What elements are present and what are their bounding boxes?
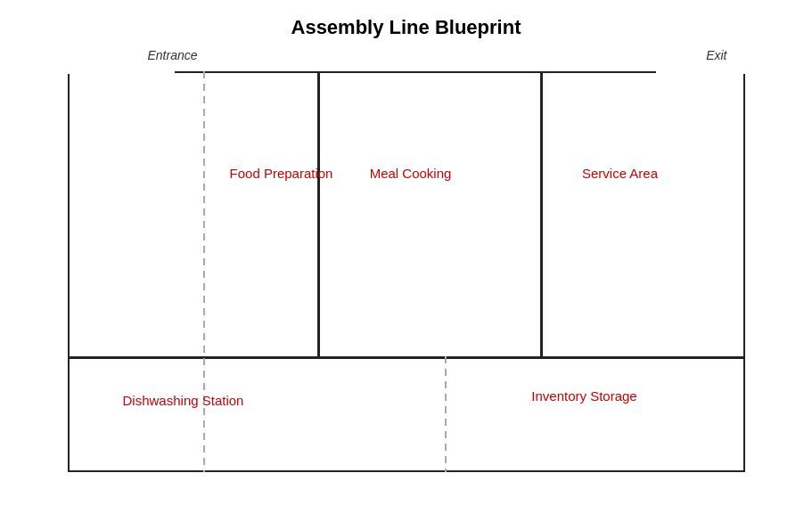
blueprint-container: Entrance Exit Food Preparation Meal Cook…: [41, 48, 772, 485]
exit-label: Exit: [706, 48, 726, 62]
page-title: Assembly Line Blueprint: [291, 16, 521, 39]
label-meal-cooking: Meal Cooking: [353, 164, 469, 183]
label-food-preparation: Food Preparation: [219, 164, 344, 183]
entrance-gap: [68, 71, 175, 74]
vertical-divider-1: [317, 71, 320, 356]
main-border: [68, 71, 745, 472]
horizontal-divider: [68, 356, 745, 359]
dashed-line-right: [445, 356, 447, 472]
label-service-area: Service Area: [567, 164, 674, 183]
exit-gap: [656, 71, 745, 74]
entrance-label: Entrance: [148, 48, 198, 62]
label-dishwashing-station: Dishwashing Station: [112, 391, 255, 410]
label-inventory-storage: Inventory Storage: [513, 387, 656, 405]
dashed-line-left: [203, 71, 205, 472]
vertical-divider-2: [540, 71, 543, 356]
